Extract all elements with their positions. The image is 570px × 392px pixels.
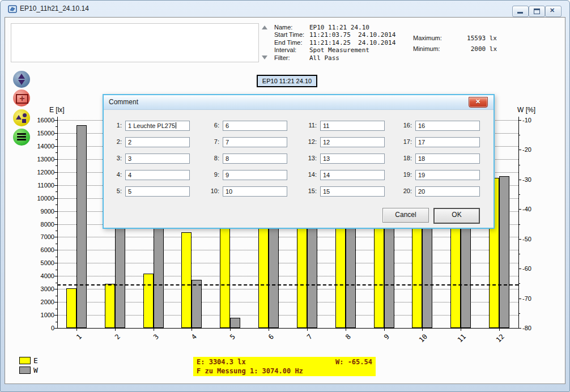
field-label-7: 7: — [203, 138, 219, 145]
x-axis-tick-label: 5 — [220, 333, 237, 350]
comment-input-12[interactable]: 12 — [320, 137, 385, 147]
bar-W-1 — [76, 125, 87, 328]
comment-input-20[interactable]: 20 — [415, 186, 480, 197]
comment-input-6[interactable]: 6 — [223, 121, 287, 131]
left-axis-tick-label: 13000 — [31, 156, 54, 163]
comment-input-16[interactable]: 16 — [415, 121, 480, 131]
gridline — [57, 302, 518, 302]
x-axis-tick-label: 2 — [105, 333, 122, 350]
field-label-18: 18: — [396, 155, 412, 161]
gridline — [57, 250, 518, 250]
comment-input-13[interactable]: 13 — [320, 154, 385, 164]
comment-input-11[interactable]: 11 — [320, 121, 385, 131]
field-label-19: 19: — [396, 171, 412, 178]
left-axis-tick-label: 0 — [31, 325, 54, 331]
bar-W-4 — [192, 280, 202, 328]
left-axis-title: E [lx] — [49, 106, 65, 114]
comment-input-value: 15 — [323, 188, 330, 195]
comment-input-value: 4 — [128, 172, 131, 178]
x-axis-tick-label: 10 — [412, 333, 429, 350]
comment-input-15[interactable]: 15 — [320, 186, 385, 197]
comment-input-value: 11 — [323, 122, 329, 129]
comment-input-value: 19 — [418, 172, 425, 178]
right-axis-tick-label: -50 — [522, 236, 539, 242]
comment-input-14[interactable]: 14 — [320, 170, 385, 180]
status-w-value: W: -65.54 — [335, 358, 372, 366]
x-axis-tick — [384, 328, 385, 331]
field-label-4: 4: — [106, 171, 122, 178]
comment-input-value: 2 — [128, 139, 131, 146]
gridline — [57, 289, 518, 289]
field-label-9: 9: — [203, 171, 219, 178]
left-axis-tick-label: 14000 — [31, 143, 54, 150]
comment-input-value: 1 Leuchte PL275 — [128, 122, 175, 129]
left-axis-tick-label: 2000 — [31, 299, 54, 305]
comment-input-17[interactable]: 17 — [415, 137, 480, 147]
status-f-value: F zu Messung 1: 3074.00 Hz — [197, 367, 303, 375]
x-axis-tick-label: 11 — [450, 333, 467, 350]
comment-input-value: 10 — [226, 188, 232, 195]
field-label-20: 20: — [396, 188, 412, 194]
gridline — [57, 276, 518, 276]
field-label-12: 12: — [301, 138, 317, 145]
comment-input-value: 18 — [418, 155, 425, 162]
comment-input-value: 3 — [128, 155, 131, 162]
right-axis-tick-label: -30 — [522, 176, 539, 183]
x-axis-tick-label: 9 — [374, 333, 391, 350]
gridline — [57, 237, 518, 237]
comment-input-19[interactable]: 19 — [415, 170, 480, 180]
comment-input-value: 7 — [226, 139, 229, 146]
right-axis-tick-label: -70 — [522, 295, 539, 302]
x-axis-tick — [115, 328, 116, 331]
comment-input-10[interactable]: 10 — [223, 186, 287, 197]
comment-input-value: 20 — [418, 188, 425, 195]
comment-input-18[interactable]: 18 — [415, 154, 480, 164]
field-label-3: 3: — [106, 155, 122, 161]
comment-input-4[interactable]: 4 — [125, 170, 190, 180]
reference-dashed-line — [57, 284, 518, 286]
legend-label-W: W — [33, 366, 38, 374]
x-axis-tick-label: 1 — [66, 333, 83, 350]
comment-input-1[interactable]: 1 Leuchte PL275 — [125, 121, 190, 131]
bar-E-4 — [181, 232, 192, 328]
comment-input-9[interactable]: 9 — [223, 170, 287, 180]
comment-input-value: 16 — [418, 122, 425, 129]
comment-input-5[interactable]: 5 — [125, 186, 190, 197]
left-axis-tick-label: 4000 — [31, 272, 54, 279]
x-axis-tick — [76, 328, 77, 331]
y-axis-line — [57, 117, 58, 328]
cancel-button[interactable]: Cancel — [382, 208, 429, 223]
field-label-14: 14: — [301, 171, 317, 178]
text-caret — [176, 122, 176, 129]
left-axis-tick-label: 3000 — [31, 286, 54, 292]
left-axis-tick-label: 15000 — [31, 130, 54, 137]
field-label-2: 2: — [106, 138, 122, 145]
right-axis-tick-label: -10 — [522, 117, 539, 123]
comment-input-8[interactable]: 8 — [223, 154, 287, 164]
x-axis-tick-label: 3 — [143, 333, 160, 350]
comment-input-2[interactable]: 2 — [125, 137, 190, 147]
ok-button[interactable]: OK — [433, 208, 480, 224]
dialog-close-button[interactable] — [469, 97, 488, 108]
comment-input-value: 5 — [128, 188, 131, 195]
dialog-titlebar[interactable]: Comment — [104, 95, 494, 110]
left-axis-tick-label: 6000 — [31, 246, 54, 253]
left-axis-tick-label: 5000 — [31, 259, 54, 266]
x-axis-line — [57, 328, 519, 329]
comment-input-value: 8 — [226, 155, 229, 162]
comment-input-7[interactable]: 7 — [223, 137, 287, 147]
x-axis-tick — [346, 328, 346, 331]
comment-input-value: 9 — [226, 172, 229, 178]
right-axis-title: W [%] — [517, 106, 535, 114]
left-axis-tick-label: 11000 — [31, 182, 54, 189]
dialog-title: Comment — [109, 98, 138, 106]
bar-E-2 — [105, 284, 115, 328]
x-axis-tick-label: 6 — [258, 333, 275, 350]
comment-input-value: 6 — [226, 122, 229, 129]
field-label-8: 8: — [203, 155, 219, 161]
left-axis-tick-label: 1000 — [31, 312, 54, 318]
legend-swatch-W — [19, 367, 31, 374]
right-axis-line — [518, 117, 519, 328]
gridline — [57, 263, 518, 263]
comment-input-3[interactable]: 3 — [125, 154, 190, 164]
